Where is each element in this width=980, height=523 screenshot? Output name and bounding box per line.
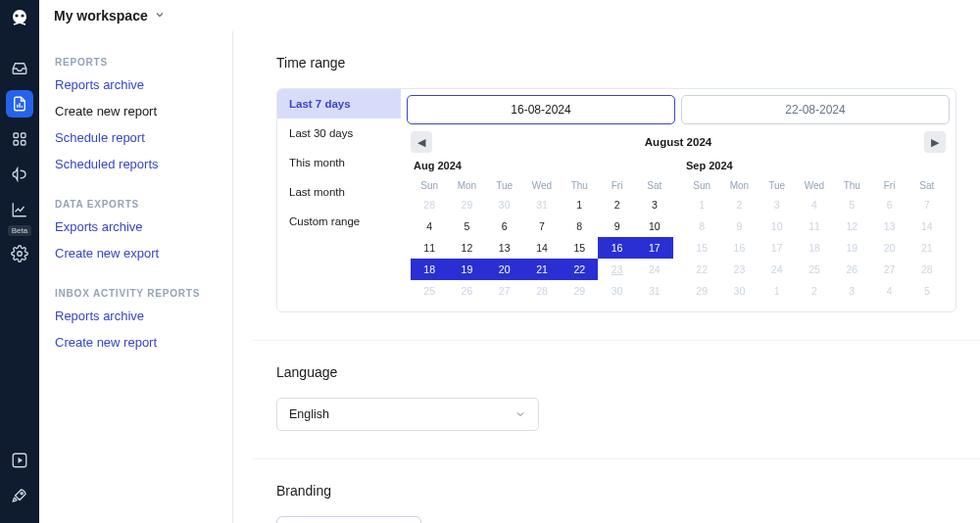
calendar-day[interactable]: 25 (796, 259, 833, 280)
sidebar-link[interactable]: Create new report (55, 335, 232, 350)
upload-logo-button[interactable]: Upload logo file (276, 516, 421, 523)
calendar-day[interactable]: 26 (448, 280, 485, 302)
dow-label: Thu (561, 177, 598, 194)
calendar-day[interactable]: 9 (720, 215, 758, 237)
rocket-icon[interactable] (6, 482, 33, 509)
sidebar-link[interactable]: Create new report (55, 104, 232, 119)
calendar-day[interactable]: 1 (683, 194, 720, 215)
preset-item[interactable]: Last month (277, 177, 401, 207)
calendar-day[interactable]: 1 (759, 280, 796, 302)
calendar-day[interactable]: 5 (448, 215, 485, 237)
calendar-day[interactable]: 22 (561, 259, 598, 280)
calendar-day[interactable]: 13 (486, 237, 523, 259)
end-date-input[interactable]: 22-08-2024 (681, 95, 950, 124)
calendar-day[interactable]: 29 (561, 280, 598, 302)
calendar-day[interactable]: 17 (759, 237, 796, 259)
calendar-day[interactable]: 19 (833, 237, 870, 259)
analytics-icon[interactable] (6, 196, 33, 223)
calendar-day[interactable]: 11 (411, 237, 448, 259)
prev-month-button[interactable]: ◀ (411, 131, 432, 153)
calendar-day[interactable]: 28 (523, 280, 561, 302)
calendar-day[interactable]: 6 (870, 194, 907, 215)
start-date-input[interactable]: 16-08-2024 (407, 95, 675, 124)
calendar-day[interactable]: 17 (636, 237, 673, 259)
calendar-day[interactable]: 13 (870, 215, 907, 237)
calendar-day[interactable]: 8 (561, 215, 598, 237)
calendar-day[interactable]: 4 (796, 194, 833, 215)
calendar-day[interactable]: 7 (523, 215, 561, 237)
calendar-day[interactable]: 15 (683, 237, 720, 259)
play-icon[interactable] (6, 447, 33, 474)
calendar-day[interactable]: 20 (486, 259, 523, 280)
calendar-day[interactable]: 18 (411, 259, 448, 280)
calendar-day[interactable]: 31 (523, 194, 561, 215)
calendar-day[interactable]: 30 (720, 280, 758, 302)
calendar-day[interactable]: 3 (759, 194, 796, 215)
calendar-day[interactable]: 16 (598, 237, 635, 259)
month-name: Aug 2024 (414, 160, 673, 171)
calendar-day[interactable]: 27 (870, 259, 907, 280)
calendar-day[interactable]: 29 (448, 194, 485, 215)
sidebar-link[interactable]: Scheduled reports (55, 157, 232, 171)
calendar-day[interactable]: 27 (486, 280, 523, 302)
calendar-day[interactable]: 10 (636, 215, 673, 237)
inbox-icon[interactable] (6, 55, 33, 82)
preset-item[interactable]: This month (277, 148, 401, 177)
preset-item[interactable]: Last 30 days (277, 119, 401, 148)
calendar-day[interactable]: 14 (523, 237, 561, 259)
calendar-day[interactable]: 20 (870, 237, 907, 259)
calendar-day[interactable]: 12 (448, 237, 485, 259)
calendar-day[interactable]: 4 (870, 280, 907, 302)
calendar-day[interactable]: 5 (908, 280, 946, 302)
preset-item[interactable]: Custom range (277, 207, 401, 236)
calendar-day[interactable]: 28 (411, 194, 448, 215)
sidebar-link[interactable]: Exports archive (55, 219, 232, 234)
calendar-day[interactable]: 23 (598, 259, 635, 280)
calendar-day[interactable]: 22 (683, 259, 720, 280)
calendar-day[interactable]: 18 (796, 237, 833, 259)
calendar-day[interactable]: 31 (636, 280, 673, 302)
calendar-day[interactable]: 23 (720, 259, 758, 280)
calendar-day[interactable]: 16 (720, 237, 758, 259)
calendar-day[interactable]: 26 (833, 259, 870, 280)
calendar-day[interactable]: 30 (486, 194, 523, 215)
calendar-day[interactable]: 9 (598, 215, 635, 237)
sidebar-link[interactable]: Reports archive (55, 77, 232, 92)
calendar-day[interactable]: 21 (908, 237, 946, 259)
calendar-day[interactable]: 6 (486, 215, 523, 237)
calendar-day[interactable]: 14 (908, 215, 946, 237)
calendar-day[interactable]: 1 (561, 194, 598, 215)
sidebar-link[interactable]: Create new export (55, 246, 232, 261)
calendar-day[interactable]: 30 (598, 280, 635, 302)
calendar-day[interactable]: 2 (720, 194, 758, 215)
settings-icon[interactable] (6, 240, 33, 267)
calendar-day[interactable]: 3 (833, 280, 870, 302)
calendar-day[interactable]: 24 (636, 259, 673, 280)
calendar-day[interactable]: 25 (411, 280, 448, 302)
sidebar-link[interactable]: Reports archive (55, 309, 232, 323)
calendar-day[interactable]: 10 (759, 215, 796, 237)
chevron-down-icon[interactable] (154, 7, 166, 24)
calendar-day[interactable]: 4 (411, 215, 448, 237)
calendar-day[interactable]: 19 (448, 259, 485, 280)
calendar-day[interactable]: 28 (908, 259, 946, 280)
calendar-day[interactable]: 2 (598, 194, 635, 215)
megaphone-icon[interactable] (6, 161, 33, 188)
calendar-day[interactable]: 2 (796, 280, 833, 302)
sidebar-link[interactable]: Schedule report (55, 130, 232, 145)
calendar-day[interactable]: 29 (683, 280, 720, 302)
apps-icon[interactable] (6, 125, 33, 153)
calendar-day[interactable]: 8 (683, 215, 720, 237)
calendar-day[interactable]: 24 (759, 259, 796, 280)
reports-icon[interactable] (6, 90, 33, 118)
calendar-day[interactable]: 7 (908, 194, 946, 215)
calendar-day[interactable]: 3 (636, 194, 673, 215)
calendar-day[interactable]: 5 (833, 194, 870, 215)
next-month-button[interactable]: ▶ (924, 131, 946, 153)
language-select[interactable]: English (276, 398, 539, 431)
calendar-day[interactable]: 15 (561, 237, 598, 259)
calendar-day[interactable]: 12 (833, 215, 870, 237)
preset-item[interactable]: Last 7 days (277, 89, 401, 119)
calendar-day[interactable]: 11 (796, 215, 833, 237)
calendar-day[interactable]: 21 (523, 259, 561, 280)
